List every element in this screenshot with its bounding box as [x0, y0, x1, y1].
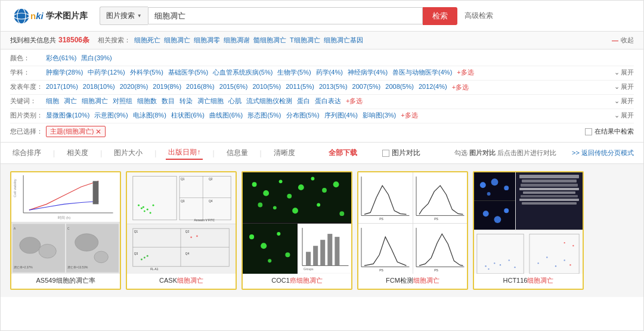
svg-text:PS: PS	[434, 217, 438, 221]
facet-keyword-more[interactable]: +多选	[346, 97, 363, 106]
facet-imagetype-5[interactable]: 曲线图(6%)	[209, 111, 243, 120]
facet-subject-3[interactable]: 外科学(5%)	[130, 68, 163, 77]
facet-color-value-2[interactable]: 黑白(39%)	[81, 54, 112, 63]
facet-keyword-10[interactable]: 流式细胞仪检测	[246, 97, 292, 106]
facet-keyword-4[interactable]: 对照组	[113, 97, 132, 106]
facet-subject-9[interactable]: 兽医与动物医学(4%)	[392, 68, 452, 77]
related-tag-2[interactable]: 细胞凋亡	[164, 36, 190, 45]
related-tag-3[interactable]: 细胞凋零	[194, 36, 220, 45]
facet-keyword-12[interactable]: 蛋白表达	[315, 97, 341, 106]
facet-subject-8[interactable]: 神经病学(4%)	[348, 68, 388, 77]
facet-subject-1[interactable]: 肿瘤学(28%)	[46, 68, 83, 77]
caption-text-3a: COC1	[271, 277, 290, 284]
sort-info[interactable]: 信息量	[224, 147, 250, 159]
facet-imagetype-expand[interactable]: ⌄ 展开	[614, 111, 634, 120]
sort-comprehensive[interactable]: 综合排序	[10, 147, 44, 159]
facet-imagetype-7[interactable]: 分布图(5%)	[286, 111, 320, 120]
search-type-button[interactable]: 图片搜索 ▼	[100, 7, 148, 25]
facet-color-value-1[interactable]: 彩色(61%)	[46, 54, 76, 63]
facet-imagetype-3[interactable]: 电泳图(8%)	[133, 111, 166, 120]
facet-year-4[interactable]: 2019(8%)	[153, 83, 181, 92]
facet-imagetype-9[interactable]: 影响图(3%)	[363, 111, 396, 120]
related-tag-1[interactable]: 细胞死亡	[134, 36, 160, 45]
related-tag-5[interactable]: 髓细胞凋亡	[253, 36, 286, 45]
svg-rect-90	[358, 225, 413, 273]
facet-subject-4[interactable]: 基础医学(5%)	[168, 68, 208, 77]
facet-imagetype-2[interactable]: 示意图(9%)	[94, 111, 128, 120]
image-card-4[interactable]: Count PS Count	[357, 171, 468, 290]
collect-button[interactable]: — 收起	[612, 36, 634, 45]
advanced-search-link[interactable]: 高级检索	[465, 11, 493, 21]
traditional-mode-link[interactable]: >> 返回传统分页模式	[572, 149, 634, 157]
sort-imagesize[interactable]: 图片大小	[112, 147, 145, 159]
facet-keyword-6[interactable]: 数目	[162, 97, 175, 106]
facet-keyword-7[interactable]: 转染	[179, 97, 193, 106]
tag-close-icon[interactable]: ✕	[95, 128, 101, 136]
facet-imagetype-6[interactable]: 形态图(5%)	[247, 111, 281, 120]
facet-year-8[interactable]: 2011(5%)	[286, 83, 314, 92]
facet-subject-more[interactable]: +多选	[457, 68, 473, 77]
facet-year-7[interactable]: 2010(5%)	[252, 83, 281, 92]
facet-subject-5[interactable]: 心血管系统疾病(5%)	[213, 68, 273, 77]
facet-keyword-5[interactable]: 细胞数	[137, 97, 157, 106]
related-label: 相关搜索：	[98, 36, 131, 45]
facet-subject-2[interactable]: 中药学(12%)	[88, 68, 125, 77]
facet-year-5[interactable]: 2016(8%)	[186, 83, 215, 92]
svg-rect-76	[320, 240, 325, 265]
facet-keyword-9[interactable]: 心肌	[228, 97, 242, 106]
facet-year-6[interactable]: 2015(6%)	[219, 83, 248, 92]
facet-keyword-expand[interactable]: ⌄ 展开	[614, 97, 634, 106]
facet-imagetype-4[interactable]: 柱状图(6%)	[171, 111, 205, 120]
image-card-5[interactable]: HCT116细胞凋亡	[473, 171, 584, 290]
facet-year-2[interactable]: 2018(10%)	[83, 83, 115, 92]
microscopy-svg-1b: 凋亡率=13.53% C	[66, 224, 119, 273]
image-card-1[interactable]: Cell viability 时间 (h) 凋亡率=2.37% A	[10, 171, 121, 290]
image-card-3[interactable]: Groups COC1癌细胞凋亡	[242, 171, 352, 290]
svg-rect-100	[474, 173, 515, 199]
sort-clarity[interactable]: 清晰度	[271, 147, 298, 159]
facet-year-expand[interactable]: ⌄ 展开	[614, 82, 634, 91]
facet-keyword-1[interactable]: 细胞	[46, 97, 59, 106]
image-thumbnail-3: Groups	[243, 172, 351, 274]
svg-rect-65	[243, 225, 297, 273]
related-tag-7[interactable]: 细胞凋亡基因	[324, 36, 363, 45]
facet-keyword-11[interactable]: 蛋白	[297, 97, 310, 106]
facet-subject-expand[interactable]: ⌄ 展开	[614, 68, 634, 77]
related-tag-6[interactable]: T细胞凋亡	[290, 36, 320, 45]
barchart-svg-3: Groups	[298, 224, 352, 274]
facet-imagetype-more[interactable]: +多选	[401, 111, 417, 120]
facet-color-values: 彩色(61%) 黑白(39%)	[46, 54, 634, 63]
svg-rect-95	[413, 225, 467, 273]
search-in-result-checkbox[interactable]	[585, 128, 592, 135]
svg-point-49	[196, 236, 198, 237]
facet-imagetype-1[interactable]: 显微图像(10%)	[46, 111, 89, 120]
sort-date[interactable]: 出版日期↑	[166, 146, 203, 160]
image-compare-checkbox[interactable]	[382, 150, 389, 157]
image-card-2[interactable]: Q1 Q2 Q3 Q4 Annexin V FITC	[126, 171, 237, 290]
svg-point-118	[537, 262, 538, 264]
facet-keyword-label: 关键词：	[10, 97, 46, 106]
facet-year-10[interactable]: 2007(5%)	[352, 83, 381, 92]
search-button[interactable]: 检索	[423, 7, 457, 25]
facet-row-color: 颜色： 彩色(61%) 黑白(39%)	[10, 52, 634, 66]
facet-year-3[interactable]: 2020(8%)	[120, 83, 148, 92]
facet-imagetype-8[interactable]: 序列图(4%)	[324, 111, 358, 120]
facet-subject-7[interactable]: 药学(4%)	[316, 68, 343, 77]
sort-relevance[interactable]: 相关度	[64, 147, 91, 159]
download-all-button[interactable]: 全部下载	[329, 148, 357, 158]
related-searches: 相关搜索： 细胞死亡 细胞凋亡 细胞凋零 细胞凋谢 髓细胞凋亡 T细胞凋亡 细胞…	[98, 36, 363, 45]
facet-year-1[interactable]: 2017(10%)	[46, 83, 78, 92]
facet-subject-6[interactable]: 生物学(5%)	[277, 68, 311, 77]
facet-keyword-3[interactable]: 细胞凋亡	[82, 97, 108, 106]
related-tag-4[interactable]: 细胞凋谢	[224, 36, 250, 45]
facet-year-11[interactable]: 2008(5%)	[385, 83, 414, 92]
facet-year-more[interactable]: +多选	[452, 83, 469, 92]
svg-text:Q2: Q2	[185, 230, 190, 233]
facet-year-9[interactable]: 2013(5%)	[319, 83, 348, 92]
svg-point-16	[75, 233, 98, 250]
search-input[interactable]	[148, 7, 423, 24]
facet-keyword-8[interactable]: 凋亡细胞	[197, 97, 224, 106]
facet-year-12[interactable]: 2012(4%)	[419, 83, 447, 92]
facet-imagetype-label: 图片类别：	[10, 111, 46, 120]
facet-keyword-2[interactable]: 凋亡	[64, 97, 77, 106]
